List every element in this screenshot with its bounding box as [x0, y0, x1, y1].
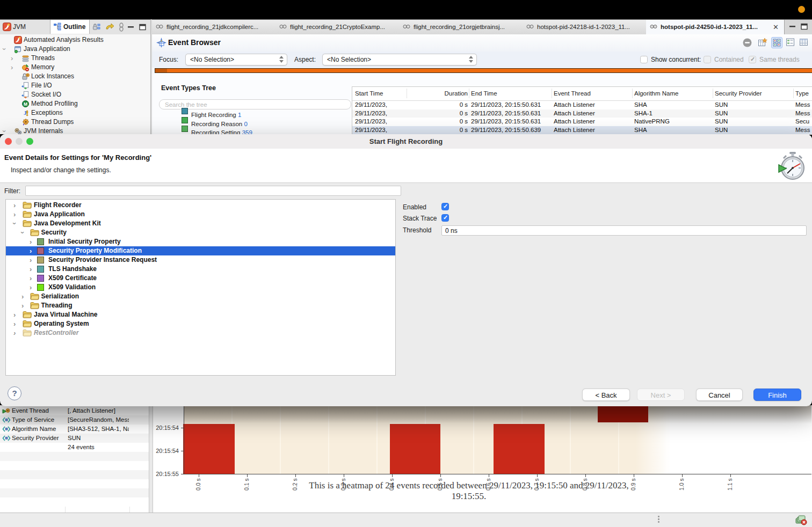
cancel-button[interactable]: Cancel	[696, 389, 743, 401]
table-view-icon[interactable]	[798, 37, 809, 48]
timeline-range-bar[interactable]	[155, 68, 812, 73]
column-divider[interactable]	[407, 89, 407, 98]
settings-tree-item-serialization[interactable]: ›Serialization	[6, 292, 395, 301]
event-type-flight-recording[interactable]: Flight Recording 1	[152, 107, 345, 115]
settings-tree-item-java-application[interactable]: ›Java Application	[6, 210, 395, 219]
chevron-right-icon[interactable]: ›	[11, 63, 13, 72]
property-row-event-thread[interactable]: Event Thread[, Attach Listener]	[0, 406, 149, 415]
grid-view-icon[interactable]	[771, 37, 782, 48]
sidebar-item-file-i-o[interactable]: File I/O	[0, 81, 150, 90]
column-header-duration[interactable]: Duration	[409, 90, 468, 97]
column-header-start-time[interactable]: Start Time	[355, 90, 409, 97]
editor-tab-flight-recording-21cryptoexamp[interactable]: flight_recording_21CryptoExamp...	[276, 20, 400, 34]
lock-layout-icon[interactable]	[92, 23, 102, 32]
editor-tab-hotspot-pid-24218-id-1-2023-11[interactable]: hotspot-pid-24218-id-1-2023_11...	[523, 20, 647, 34]
column-header-event-thread[interactable]: Event Thread	[554, 90, 632, 97]
settings-tree-item-initial-security-property[interactable]: ›Initial Security Property	[6, 237, 395, 246]
chevron-right-icon[interactable]: ›	[30, 283, 32, 292]
help-button[interactable]: ?	[8, 386, 21, 400]
editor-tab-flight-recording-21jdkcompilerc[interactable]: flight_recording_21jdkcompilerc...	[152, 20, 276, 34]
settings-tree-item-security-provider-instance-request[interactable]: ›Security Provider Instance Request	[6, 255, 395, 265]
show-concurrent-checkbox[interactable]	[640, 56, 648, 63]
sidebar-item-socket-i-o[interactable]: Socket I/O	[0, 90, 150, 99]
back-button[interactable]: < Back	[582, 389, 630, 401]
sidebar-item-java-application[interactable]: ›Java Application	[0, 45, 150, 54]
chevron-right-icon[interactable]: ›	[30, 237, 32, 246]
chevron-right-icon[interactable]: ›	[30, 255, 32, 265]
sidebar-item-method-profiling[interactable]: MMethod Profiling	[0, 99, 150, 108]
property-row-type-of-service[interactable]: Type of Service[SecureRandom, Mess	[0, 415, 149, 424]
property-row-empty[interactable]	[0, 461, 149, 470]
sidebar-item-exceptions[interactable]: JExceptions	[0, 108, 150, 118]
chevron-down-icon[interactable]: ›	[3, 45, 5, 54]
column-header-end-time[interactable]: End Time	[471, 90, 552, 97]
timeline-range-handle[interactable]	[155, 69, 167, 72]
table-row[interactable]: 29/11/2023,0 s29/11/2023, 20:15:50.631At…	[352, 101, 812, 109]
sidebar-item-threads[interactable]: ›Threads	[0, 54, 150, 63]
chevron-down-icon[interactable]: ›	[21, 228, 24, 237]
sidebar-item-thread-dumps[interactable]: Thread Dumps	[0, 118, 150, 127]
chevron-right-icon[interactable]: ›	[13, 201, 16, 210]
chevron-right-icon[interactable]: ›	[11, 54, 13, 63]
close-icon[interactable]: ✕	[773, 20, 779, 34]
splitter-handle-icon[interactable]	[658, 516, 660, 524]
editor-tab-flight-recording-21orgjetbrainsj[interactable]: flight_recording_21orgjetbrainsj...	[399, 20, 523, 34]
settings-tree-item-x509-validation[interactable]: ›X509 Validation	[6, 283, 395, 292]
settings-tree-item-restcontroller[interactable]: ›RestController	[6, 328, 395, 338]
property-row-events-count[interactable]: 24 events	[0, 443, 149, 452]
chevron-right-icon[interactable]: ›	[13, 319, 16, 328]
column-divider[interactable]	[632, 89, 633, 98]
settings-tree-item-threading[interactable]: ›Threading	[6, 301, 395, 310]
chevron-right-icon[interactable]: ›	[21, 292, 24, 301]
minimize-icon[interactable]	[788, 23, 796, 30]
settings-tree-item-java-virtual-machine[interactable]: ›Java Virtual Machine	[6, 310, 395, 319]
settings-tree-item-tls-handshake[interactable]: ›TLS Handshake	[6, 265, 395, 274]
column-header-algorithm-name[interactable]: Algorithm Name	[634, 90, 712, 97]
column-divider[interactable]	[552, 89, 552, 98]
chevron-right-icon[interactable]: ›	[13, 310, 16, 319]
clear-events-icon[interactable]	[795, 515, 807, 525]
settings-tree-item-x509-certificate[interactable]: ›X509 Certificate	[6, 274, 395, 283]
sidebar-item-jvm-internals[interactable]: ›JVM Internals	[0, 127, 150, 134]
chevron-right-icon[interactable]: ›	[21, 301, 24, 310]
filter-input[interactable]	[25, 186, 401, 196]
next-button[interactable]: Next >	[637, 389, 685, 401]
column-divider[interactable]	[713, 89, 713, 98]
settings-tree-item-java-development-kit[interactable]: ›Java Development Kit	[6, 219, 395, 228]
property-row-empty[interactable]	[0, 497, 149, 507]
table-row[interactable]: 29/11/2023,0 s29/11/2023, 20:15:50.631At…	[352, 109, 812, 118]
new-view-icon[interactable]	[757, 37, 768, 48]
stack-trace-checkbox[interactable]	[441, 214, 449, 222]
sidebar-item-lock-instances[interactable]: Lock Instances	[0, 72, 150, 81]
same-threads-checkbox[interactable]	[749, 56, 756, 63]
table-row[interactable]: 29/11/2023,0 s29/11/2023, 20:15:50.631At…	[352, 118, 812, 126]
chevron-right-icon[interactable]: ›	[30, 246, 32, 255]
list-view-icon[interactable]	[785, 37, 796, 48]
chevron-right-icon[interactable]: ›	[30, 274, 32, 283]
property-row-algorithm-name[interactable]: Algorithm Name[SHA3-512, SHA-1, Na	[0, 424, 149, 434]
settings-tree-item-security[interactable]: ›Security	[6, 228, 395, 237]
property-row-empty[interactable]	[0, 488, 149, 497]
column-divider[interactable]	[469, 89, 469, 98]
threshold-input[interactable]	[441, 225, 807, 236]
property-row-security-provider[interactable]: Security ProviderSUN	[0, 434, 149, 443]
column-header-security-provider[interactable]: Security Provider	[715, 90, 793, 97]
sidebar-tab-outline[interactable]: Outline	[50, 20, 90, 34]
aspect-select[interactable]: <No Selection>	[322, 54, 477, 65]
sidebar-item-memory[interactable]: ›Memory	[0, 63, 150, 72]
property-row-empty[interactable]	[0, 470, 149, 479]
settings-tree-item-flight-recorder[interactable]: ›Flight Recorder	[6, 201, 395, 210]
property-row-empty[interactable]	[0, 452, 149, 461]
remove-icon[interactable]	[742, 37, 753, 48]
event-type-recording-setting[interactable]: Recording Setting 359	[152, 125, 345, 133]
contained-checkbox[interactable]	[704, 56, 711, 63]
finish-button[interactable]: Finish	[753, 389, 801, 401]
maximize-icon[interactable]	[800, 23, 808, 30]
table-row[interactable]: 29/11/2023,0 s29/11/2023, 20:15:50.639At…	[352, 126, 812, 135]
panel-splitter[interactable]	[149, 405, 153, 513]
maximize-icon[interactable]	[139, 24, 148, 33]
collapse-all-icon[interactable]	[105, 23, 114, 32]
chevron-down-icon[interactable]: ›	[13, 219, 16, 228]
column-divider[interactable]	[793, 89, 794, 98]
settings-tree-item-operating-system[interactable]: ›Operating System	[6, 319, 395, 328]
